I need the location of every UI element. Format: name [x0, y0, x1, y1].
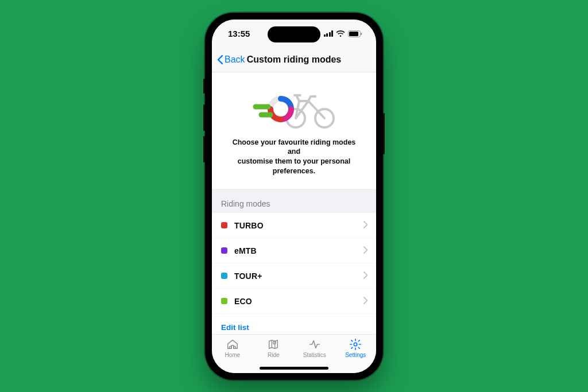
- phone-frame: 13:55 Back Custom riding modes: [205, 13, 383, 380]
- hero-card: Choose your favourite riding modes and c…: [212, 72, 376, 189]
- home-indicator: [260, 367, 328, 370]
- chevron-right-icon: [363, 220, 368, 231]
- tab-home[interactable]: Home: [212, 338, 253, 373]
- chevron-right-icon: [363, 296, 368, 306]
- svg-rect-1: [349, 32, 358, 36]
- mode-color-dot: [221, 273, 227, 279]
- mode-row[interactable]: TURBO: [212, 213, 376, 238]
- back-button[interactable]: Back: [216, 48, 245, 72]
- nav-bar: Back Custom riding modes: [212, 48, 376, 72]
- chevron-right-icon: [363, 246, 368, 256]
- side-button: [383, 113, 385, 154]
- tab-label: Settings: [345, 352, 366, 358]
- mode-label: TURBO: [234, 221, 363, 230]
- svg-rect-2: [361, 33, 362, 35]
- gear-icon: [349, 338, 362, 351]
- signal-icon: [324, 30, 334, 37]
- wifi-icon: [336, 30, 345, 37]
- chevron-left-icon: [216, 55, 223, 65]
- section-heading: Riding modes: [212, 189, 376, 213]
- tab-settings[interactable]: Settings: [335, 338, 377, 373]
- riding-modes-list: TURBO eMTB TOUR+ ECO: [212, 213, 376, 334]
- back-label: Back: [225, 55, 245, 65]
- tab-label: Home: [225, 352, 240, 358]
- side-button: [203, 79, 205, 94]
- mode-row[interactable]: eMTB: [212, 238, 376, 263]
- hero-text: Choose your favourite riding modes and c…: [225, 138, 363, 177]
- mode-color-dot: [221, 298, 227, 304]
- mode-label: TOUR+: [234, 271, 363, 281]
- home-icon: [226, 338, 239, 351]
- side-button: [203, 104, 205, 131]
- side-button: [203, 136, 205, 162]
- mode-color-dot: [221, 247, 227, 254]
- svg-point-10: [273, 341, 276, 344]
- mode-color-dot: [221, 222, 227, 228]
- tab-label: Statistics: [303, 352, 326, 358]
- status-icons: [324, 30, 363, 37]
- mode-row[interactable]: TOUR+: [212, 263, 376, 289]
- battery-icon: [348, 30, 362, 37]
- svg-point-11: [354, 343, 358, 346]
- mode-label: eMTB: [234, 246, 363, 255]
- activity-icon: [308, 338, 322, 351]
- hero-illustration: [225, 88, 363, 130]
- map-icon: [266, 338, 280, 351]
- chevron-right-icon: [363, 271, 368, 281]
- edit-list-button[interactable]: Edit list: [221, 323, 249, 332]
- tab-label: Ride: [268, 352, 280, 358]
- edit-list-container: Edit list: [212, 314, 376, 334]
- svg-point-9: [233, 346, 235, 348]
- tab-bar: Home Ride Statistics Settings: [212, 334, 376, 373]
- svg-point-8: [229, 346, 231, 348]
- mode-row[interactable]: ECO: [212, 289, 376, 314]
- content: Choose your favourite riding modes and c…: [212, 72, 376, 334]
- page-title: Custom riding modes: [247, 55, 341, 65]
- mode-label: ECO: [234, 297, 363, 306]
- dynamic-island: [268, 26, 320, 42]
- clock: 13:55: [228, 29, 250, 38]
- screen: 13:55 Back Custom riding modes: [212, 20, 376, 373]
